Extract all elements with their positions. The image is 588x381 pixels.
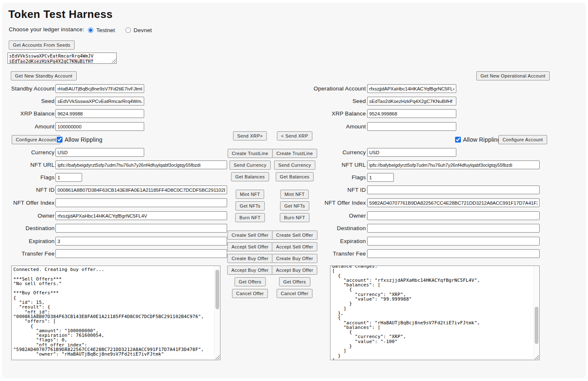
standby-nft-offer-index-label: NFT Offer Index — [0, 198, 55, 207]
operational-destination-input[interactable] — [367, 224, 540, 233]
standby-nft-id-input[interactable] — [55, 185, 227, 194]
operational-results-box[interactable]: Balance changes: [ { "account": "rfxszjj… — [330, 266, 540, 360]
operational-amount-input[interactable] — [367, 122, 456, 131]
standby-xrp-balance-input[interactable] — [55, 109, 144, 118]
operational-expiration-input[interactable] — [367, 237, 540, 246]
operational-transfer-fee-input[interactable] — [367, 249, 540, 258]
standby-destination-input[interactable] — [55, 224, 227, 233]
standby-get-offers-button[interactable]: Get Offers — [235, 277, 266, 286]
operational-expiration-label: Expiration — [250, 237, 366, 246]
operational-nft-id-label: NFT ID — [250, 185, 366, 194]
standby-accept-buy-offer-button[interactable]: Accept Buy Offer — [227, 266, 273, 275]
operational-configure-account-button[interactable]: Configure Account — [498, 135, 547, 144]
standby-destination-label: Destination — [0, 224, 55, 233]
seeds-textarea[interactable]: sEdVVkSsswaXPCvEatRmcarRrq4WmJV sEdTao2d… — [8, 53, 117, 64]
standby-nft-offer-index-input[interactable] — [55, 198, 227, 207]
operational-seed-input[interactable] — [367, 97, 456, 105]
standby-flags-label: Flags — [0, 173, 55, 182]
operational-currency-label: Currency — [250, 148, 366, 157]
get-accounts-from-seeds-button[interactable]: Get Accounts From Seeds — [9, 40, 75, 50]
standby-expiration-input[interactable] — [55, 237, 227, 246]
standby-amount-input[interactable] — [55, 122, 144, 131]
operational-nft-offer-index-input[interactable] — [367, 198, 540, 207]
operational-allow-rippling-label: Allow Rippling — [463, 135, 501, 144]
devnet-radio[interactable] — [125, 28, 131, 33]
operational-results-scrollbar[interactable] — [533, 266, 539, 359]
standby-xrp-balance-label: XRP Balance — [0, 109, 55, 118]
operational-currency-input[interactable] — [367, 148, 456, 157]
standby-allow-rippling-label: Allow Rippling — [65, 135, 103, 144]
operational-get-offers-button[interactable]: Get Offers — [279, 277, 310, 286]
operational-results-text: Balance changes: [ { "account": "rfxszjj… — [332, 266, 532, 360]
operational-xrp-balance-input[interactable] — [367, 109, 456, 118]
operational-nft-url-input[interactable] — [367, 160, 540, 169]
ledger-radio-group: Testnet Devnet — [88, 26, 160, 35]
operational-owner-label: Owner — [250, 211, 366, 220]
operational-transfer-fee-label: Transfer Fee — [250, 249, 366, 258]
standby-nft-url-label: NFT URL — [0, 160, 55, 169]
seeds-text: sEdVVkSsswaXPCvEatRmcarRrq4WmJV sEdTao2d… — [9, 53, 93, 64]
get-new-operational-account-button[interactable]: Get New Operational Account — [476, 71, 550, 80]
ledger-instance-label: Choose your ledger instance: — [9, 26, 84, 35]
operational-xrp-balance-label: XRP Balance — [250, 109, 366, 118]
standby-flags-input[interactable] — [55, 173, 82, 182]
operational-cancel-offer-button[interactable]: Cancel Offer — [277, 289, 313, 298]
testnet-radio-label: Testnet — [96, 27, 115, 33]
standby-currency-label: Currency — [0, 148, 55, 157]
standby-account-input[interactable] — [55, 84, 144, 93]
operational-seed-label: Seed — [250, 97, 366, 105]
operational-owner-input[interactable] — [367, 211, 540, 220]
standby-currency-input[interactable] — [55, 148, 144, 157]
operational-nft-id-input[interactable] — [367, 185, 540, 194]
standby-amount-label: Amount — [0, 122, 55, 131]
standby-results-text: Connected. Creating buy offer... ***Sell… — [13, 267, 213, 357]
standby-send-xrp-button[interactable]: Send XRP> — [233, 131, 267, 140]
testnet-radio-option[interactable]: Testnet — [88, 27, 115, 33]
standby-nft-url-input[interactable] — [55, 160, 227, 169]
devnet-radio-option[interactable]: Devnet — [125, 27, 152, 33]
devnet-radio-label: Devnet — [134, 27, 152, 33]
standby-seed-input[interactable] — [55, 97, 144, 105]
operational-account-label: Operational Account — [250, 84, 366, 93]
operational-nft-offer-index-label: NFT Offer Index — [250, 198, 366, 207]
page-title: Token Test Harness — [8, 8, 113, 21]
standby-expiration-label: Expiration — [0, 237, 55, 246]
operational-amount-label: Amount — [250, 122, 366, 131]
get-new-standby-account-button[interactable]: Get New Standby Account — [11, 71, 77, 80]
operational-flags-input[interactable] — [367, 173, 394, 182]
standby-owner-input[interactable] — [55, 211, 227, 220]
operational-allow-rippling-checkbox[interactable] — [455, 137, 461, 143]
operational-nft-url-label: NFT URL — [250, 160, 366, 169]
operational-send-xrp-button[interactable]: < Send XRP — [277, 131, 313, 140]
standby-owner-label: Owner — [0, 211, 55, 220]
operational-destination-label: Destination — [250, 224, 366, 233]
standby-results-scrollbar-thumb[interactable] — [215, 270, 219, 309]
standby-transfer-fee-label: Transfer Fee — [0, 249, 55, 258]
operational-accept-buy-offer-button[interactable]: Accept Buy Offer — [272, 266, 317, 275]
standby-nft-id-label: NFT ID — [0, 185, 55, 194]
standby-results-scrollbar[interactable] — [214, 266, 220, 359]
standby-seed-label: Seed — [0, 97, 55, 105]
standby-configure-account-button[interactable]: Configure Account — [12, 135, 60, 144]
operational-flags-label: Flags — [250, 173, 366, 182]
standby-transfer-fee-input[interactable] — [55, 249, 227, 258]
operational-account-input[interactable] — [367, 84, 456, 93]
standby-account-label: Standby Account — [0, 84, 55, 93]
standby-results-box[interactable]: Connected. Creating buy offer... ***Sell… — [11, 266, 220, 360]
standby-allow-rippling-checkbox[interactable] — [57, 137, 63, 143]
testnet-radio[interactable] — [88, 28, 93, 33]
resize-handle-icon[interactable] — [111, 58, 116, 63]
standby-cancel-offer-button[interactable]: Cancel Offer — [232, 289, 268, 298]
operational-results-scrollbar-thumb[interactable] — [535, 307, 538, 344]
